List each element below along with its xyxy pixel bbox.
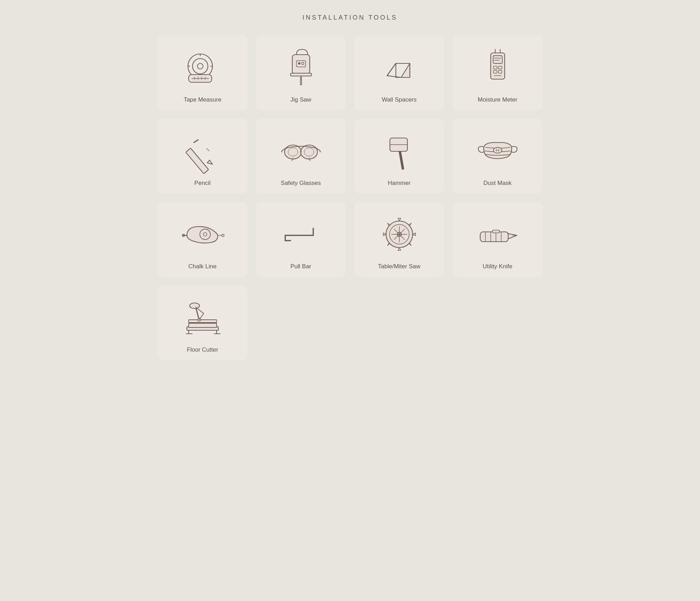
pull-bar-label: Pull Bar (290, 263, 312, 270)
tool-card-dust-mask: Dust Mask (453, 119, 542, 194)
pencil-label: Pencil (194, 180, 210, 187)
floor-cutter-label: Floor Cutter (187, 346, 218, 353)
safety-glasses-icon (263, 129, 339, 175)
tape-measure-label: Tape Measure (184, 96, 222, 103)
svg-rect-73 (189, 320, 217, 323)
tool-card-wall-spacers: Wall Spacers (354, 35, 444, 110)
svg-rect-49 (222, 234, 224, 236)
wall-spacers-label: Wall Spacers (382, 96, 417, 103)
svg-rect-17 (298, 62, 300, 64)
tool-card-pencil: Pencil (158, 119, 247, 194)
table-miter-saw-label: Table/Miter Saw (378, 263, 420, 270)
chalk-line-icon (164, 213, 240, 258)
moisture-meter-label: Moisture Meter (478, 96, 517, 103)
tool-card-utility-knife: Utility Knife (453, 202, 542, 277)
tool-card-safety-glasses: Safety Glasses (256, 119, 346, 194)
svg-rect-14 (290, 73, 312, 76)
svg-rect-61 (480, 232, 508, 242)
utility-knife-icon (460, 213, 536, 258)
safety-glasses-label: Safety Glasses (281, 180, 321, 187)
jig-saw-label: Jig Saw (290, 96, 312, 103)
tools-grid: Tape Measure Jig Saw (158, 35, 542, 360)
svg-rect-66 (492, 230, 499, 233)
hammer-icon (361, 129, 437, 175)
tool-card-tape-measure: Tape Measure (158, 35, 247, 110)
svg-point-75 (190, 303, 200, 309)
hammer-label: Hammer (388, 180, 411, 187)
dust-mask-icon (460, 129, 536, 175)
svg-point-1 (192, 58, 208, 74)
tool-card-hammer: Hammer (354, 119, 444, 194)
wall-spacers-icon (361, 46, 437, 91)
pencil-icon (164, 129, 240, 175)
pull-bar-icon (263, 213, 339, 258)
tool-card-chalk-line: Chalk Line (158, 202, 247, 277)
utility-knife-label: Utility Knife (483, 263, 512, 270)
jig-saw-icon (263, 46, 339, 91)
moisture-meter-icon (460, 46, 536, 91)
floor-cutter-icon (164, 296, 240, 341)
svg-line-31 (194, 140, 198, 143)
tool-card-jig-saw: Jig Saw (256, 35, 346, 110)
tool-card-floor-cutter: Floor Cutter (158, 285, 247, 360)
svg-line-77 (199, 313, 204, 320)
tool-card-pull-bar: Pull Bar (256, 202, 346, 277)
table-miter-saw-icon (361, 213, 437, 258)
chalk-line-label: Chalk Line (188, 263, 216, 270)
tool-card-table-miter-saw: Table/Miter Saw (354, 202, 444, 277)
svg-rect-19 (491, 53, 505, 79)
svg-rect-30 (186, 148, 208, 174)
svg-point-2 (197, 63, 203, 69)
tool-card-moisture-meter: Moisture Meter (453, 35, 542, 110)
dust-mask-label: Dust Mask (483, 180, 511, 187)
svg-rect-13 (292, 55, 310, 74)
svg-rect-72 (189, 323, 217, 327)
svg-line-32 (206, 148, 209, 151)
page-title: INSTALLATION TOOLS (21, 14, 679, 21)
tape-measure-icon (164, 46, 240, 91)
